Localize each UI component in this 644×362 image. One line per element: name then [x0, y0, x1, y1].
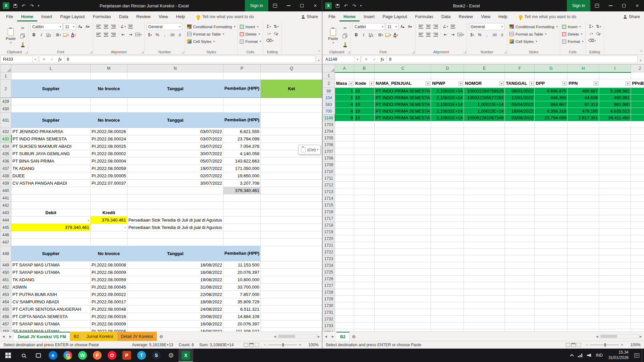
cell[interactable]: 5.166.562 — [599, 88, 631, 95]
decrease-decimal-button[interactable]: .0 — [176, 32, 183, 38]
clock[interactable]: 15.34 31/01/2026 — [605, 349, 632, 362]
cell[interactable] — [261, 246, 322, 261]
cell[interactable] — [375, 242, 431, 249]
cell[interactable]: PI.2022.08.00009 — [91, 269, 127, 276]
cell[interactable]: 490.991 — [599, 95, 631, 101]
filter-dropdown-icon[interactable]: ▼ — [369, 81, 374, 85]
cell[interactable] — [431, 269, 464, 276]
cell[interactable]: TK ADANG — [11, 165, 91, 172]
cell[interactable] — [599, 72, 631, 79]
cell[interactable] — [261, 217, 322, 224]
cell[interactable]: TK ADANG — [11, 276, 91, 284]
cell[interactable]: PT SAYAP MAS UTAMA — [11, 269, 91, 276]
ribbon-tab-review[interactable]: Review — [132, 12, 155, 21]
cell[interactable]: 30/07/2022 — [127, 150, 223, 158]
taskbar-telegram-icon[interactable]: T — [134, 349, 149, 362]
cell[interactable] — [568, 235, 599, 242]
cell[interactable] — [335, 322, 354, 329]
cell[interactable] — [375, 289, 431, 296]
cell[interactable] — [431, 255, 464, 262]
cell[interactable] — [568, 168, 599, 175]
cell[interactable] — [631, 309, 644, 316]
row-header-438[interactable]: 438 — [0, 172, 11, 180]
cell[interactable] — [335, 135, 354, 141]
cell[interactable] — [535, 215, 568, 222]
horizontal-scrollbar[interactable]: ◀ ▶ — [272, 332, 322, 341]
cell[interactable] — [568, 329, 599, 332]
row-header-1711[interactable]: 1711 — [323, 175, 335, 182]
align-middle-button[interactable] — [425, 23, 432, 30]
sheet-tab-b2[interactable]: B2 — [70, 332, 83, 341]
close-button[interactable]: ✕ — [631, 0, 644, 11]
cell[interactable] — [375, 72, 431, 79]
cell[interactable] — [354, 316, 375, 322]
cell[interactable]: 16/08/2022 — [127, 328, 223, 332]
cell[interactable]: 31/08/2022 — [127, 284, 223, 291]
cell[interactable] — [223, 202, 261, 209]
cell[interactable] — [464, 269, 505, 276]
cell[interactable]: 2,10831E+14 — [431, 115, 464, 121]
cell[interactable] — [375, 222, 431, 229]
increase-decimal-button[interactable]: .00 — [169, 32, 175, 38]
cell[interactable] — [127, 194, 223, 202]
align-right-button[interactable] — [110, 31, 117, 38]
cell[interactable] — [599, 208, 631, 215]
cell[interactable]: NPWP▼ — [431, 79, 464, 88]
cell[interactable] — [431, 155, 464, 162]
cell[interactable] — [631, 215, 644, 222]
cell[interactable] — [535, 322, 568, 329]
cell[interactable] — [261, 158, 322, 165]
cell[interactable] — [354, 322, 375, 329]
cell[interactable] — [223, 224, 261, 231]
cell[interactable] — [354, 195, 375, 202]
cell[interactable] — [11, 239, 91, 246]
formula-input[interactable]: 8 — [387, 56, 638, 63]
cell[interactable]: 03/07/2022 — [127, 128, 223, 135]
insert-function-icon[interactable]: fx — [56, 57, 64, 62]
cell[interactable] — [354, 282, 375, 289]
cell[interactable]: Pembelian (HPP) — [223, 113, 261, 128]
cell[interactable] — [631, 108, 644, 115]
cell[interactable] — [335, 302, 354, 309]
cell[interactable] — [127, 231, 223, 239]
cell[interactable]: 2,10831E+14 — [431, 95, 464, 101]
accounting-format-button[interactable]: $▾ — [147, 32, 153, 38]
filter-dropdown-icon[interactable]: ▼ — [562, 81, 567, 85]
cell[interactable] — [568, 316, 599, 322]
scrollbar-thumb[interactable] — [600, 335, 617, 338]
cell[interactable] — [431, 135, 464, 141]
cell[interactable] — [505, 135, 535, 141]
row-header-451[interactable]: 451 — [0, 276, 11, 284]
cell[interactable] — [505, 222, 535, 229]
cell[interactable]: PT SAYAP MAS UTAMA — [11, 261, 91, 269]
sheet-tab-detail-jv-koreksi-vs-fm[interactable]: Detail JV Koreksi VS FM — [14, 332, 70, 341]
cell[interactable]: 1,00022E+14 — [464, 108, 505, 115]
cell[interactable] — [127, 72, 223, 80]
fill-button[interactable]: ↓▾ — [588, 30, 594, 37]
cell[interactable] — [261, 72, 322, 80]
align-bottom-button[interactable] — [110, 23, 117, 30]
cell[interactable] — [505, 255, 535, 262]
row-header-98[interactable]: 98 — [323, 88, 335, 95]
cell[interactable]: 10 — [354, 88, 375, 95]
cell[interactable] — [375, 262, 431, 269]
cell[interactable]: 44.636 — [568, 95, 599, 101]
cell[interactable] — [375, 229, 431, 235]
cell[interactable] — [631, 88, 644, 95]
cell[interactable] — [431, 262, 464, 269]
cell[interactable] — [335, 249, 354, 255]
cell[interactable]: Pembelian (HPP) — [223, 80, 261, 98]
cell[interactable] — [505, 316, 535, 322]
cell[interactable] — [631, 242, 644, 249]
cell[interactable] — [354, 208, 375, 215]
font-color-button[interactable]: A▾ — [392, 32, 399, 38]
cell[interactable] — [568, 135, 599, 141]
ribbon-tab-page-layout[interactable]: Page Layout — [56, 12, 89, 21]
cell[interactable]: 16/08/2022 — [127, 320, 223, 328]
row-header-1148[interactable]: 1148 — [323, 115, 335, 121]
cell[interactable] — [261, 98, 322, 105]
cell[interactable] — [599, 282, 631, 289]
cell[interactable] — [127, 209, 223, 217]
cell[interactable] — [261, 298, 322, 306]
cell[interactable]: 18/08/2022 — [127, 298, 223, 306]
